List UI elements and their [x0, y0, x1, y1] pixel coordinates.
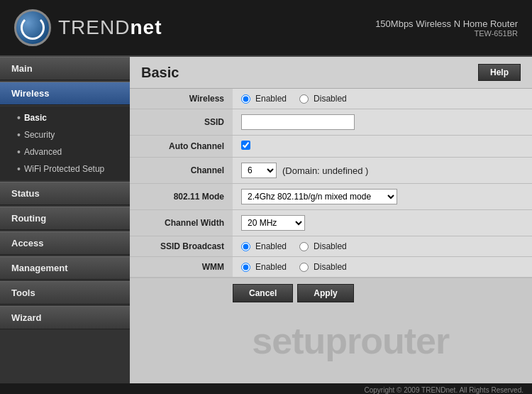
auto-channel-label: Auto Channel — [130, 136, 233, 158]
wireless-disabled-label: Disabled — [299, 94, 347, 104]
page-header: TRENDnet 150Mbps Wireless N Home Router … — [0, 0, 532, 57]
ssid-broadcast-enabled-radio[interactable] — [241, 242, 250, 251]
ssid-input[interactable]: TRENDnet651 — [241, 114, 355, 130]
sidebar-item-wireless[interactable]: Wireless — [0, 82, 130, 105]
ssid-broadcast-enabled-label: Enabled — [241, 241, 287, 251]
wireless-submenu: Basic Security Advanced WiFi Protected S… — [0, 106, 130, 180]
device-name: 150Mbps Wireless N Home Router — [375, 18, 518, 29]
wmm-label: WMM — [130, 257, 233, 278]
main-layout: Main Wireless Basic Security Advanced Wi… — [0, 57, 532, 383]
wireless-enabled-radio[interactable] — [241, 94, 250, 104]
device-model: TEW-651BR — [375, 29, 518, 38]
sidebar-subitem-wifi-protected[interactable]: WiFi Protected Setup — [0, 160, 130, 177]
mode-label: 802.11 Mode — [130, 184, 233, 210]
ssid-row: SSID TRENDnet651 — [130, 109, 532, 136]
ssid-broadcast-disabled-radio[interactable] — [299, 242, 309, 251]
wireless-disabled-radio[interactable] — [299, 94, 309, 104]
sidebar-subitem-security[interactable]: Security — [0, 126, 130, 143]
apply-button[interactable]: Apply — [297, 284, 353, 302]
channel-width-row: Channel Width 20 MHz 40 MHz — [130, 210, 532, 236]
auto-channel-row: Auto Channel — [130, 136, 532, 158]
channel-width-value-cell: 20 MHz 40 MHz — [233, 210, 532, 236]
sidebar-item-management[interactable]: Management — [0, 256, 130, 280]
wireless-radio-group: Enabled Disabled — [241, 94, 523, 104]
copyright-text: Copyright © 2009 TRENDnet. All Rights Re… — [364, 386, 523, 394]
wmm-enabled-label: Enabled — [241, 262, 287, 272]
logo-icon — [14, 9, 51, 46]
content-area: Basic Help Wireless Enabled Disabled — [130, 57, 532, 383]
sidebar-item-tools[interactable]: Tools — [0, 281, 130, 305]
mode-row: 802.11 Mode 2.4Ghz 802.11b/g/n mixed mod… — [130, 184, 532, 210]
sidebar-item-access[interactable]: Access — [0, 231, 130, 255]
channel-controls: 6 (Domain: undefined ) — [241, 163, 523, 178]
wmm-disabled-radio[interactable] — [299, 263, 309, 272]
channel-value-cell: 6 (Domain: undefined ) — [233, 158, 532, 184]
content-header: Basic Help — [130, 57, 532, 89]
wireless-row: Wireless Enabled Disabled — [130, 89, 532, 109]
wmm-row: WMM Enabled Disabled — [130, 257, 532, 278]
wireless-label: Wireless — [130, 89, 233, 109]
ssid-value-cell: TRENDnet651 — [233, 109, 532, 136]
sidebar-subitem-advanced[interactable]: Advanced — [0, 143, 130, 160]
buttons-row: Cancel Apply — [130, 278, 532, 308]
channel-width-select[interactable]: 20 MHz 40 MHz — [241, 215, 305, 231]
channel-row: Channel 6 (Domain: undefined ) — [130, 158, 532, 184]
channel-select[interactable]: 6 — [241, 163, 277, 178]
ssid-label: SSID — [130, 109, 233, 136]
logo-area: TRENDnet — [14, 9, 162, 46]
wmm-disabled-label: Disabled — [299, 262, 347, 272]
mode-select[interactable]: 2.4Ghz 802.11b/g/n mixed mode 2.4Ghz 802… — [241, 189, 397, 204]
brand-name: TRENDnet — [58, 16, 162, 39]
page-title: Basic — [141, 65, 179, 81]
wireless-value: Enabled Disabled — [233, 89, 532, 109]
channel-width-label: Channel Width — [130, 210, 233, 236]
device-info: 150Mbps Wireless N Home Router TEW-651BR — [375, 18, 518, 38]
ssid-broadcast-label: SSID Broadcast — [130, 236, 233, 257]
wmm-value: Enabled Disabled — [233, 257, 532, 278]
settings-form: Wireless Enabled Disabled SS — [130, 89, 532, 278]
sidebar-subitem-basic[interactable]: Basic — [0, 109, 130, 126]
watermark: setuprouter — [252, 319, 449, 362]
cancel-button[interactable]: Cancel — [233, 284, 293, 302]
help-button[interactable]: Help — [478, 64, 521, 81]
sidebar-item-routing[interactable]: Routing — [0, 207, 130, 230]
ssid-broadcast-disabled-label: Disabled — [299, 241, 347, 251]
channel-label: Channel — [130, 158, 233, 184]
ssid-broadcast-value: Enabled Disabled — [233, 236, 532, 257]
page-footer: Copyright © 2009 TRENDnet. All Rights Re… — [0, 383, 532, 394]
auto-channel-value — [233, 136, 532, 158]
sidebar-item-wizard[interactable]: Wizard — [0, 306, 130, 329]
channel-domain: (Domain: undefined ) — [282, 165, 368, 176]
mode-value-cell: 2.4Ghz 802.11b/g/n mixed mode 2.4Ghz 802… — [233, 184, 532, 210]
ssid-broadcast-row: SSID Broadcast Enabled Disabled — [130, 236, 532, 257]
wmm-enabled-radio[interactable] — [241, 263, 250, 272]
wireless-enabled-label: Enabled — [241, 94, 287, 104]
sidebar-item-status[interactable]: Status — [0, 182, 130, 205]
ssid-broadcast-radio-group: Enabled Disabled — [241, 241, 523, 251]
wmm-radio-group: Enabled Disabled — [241, 262, 523, 272]
sidebar-item-main[interactable]: Main — [0, 57, 130, 80]
auto-channel-checkbox[interactable] — [241, 141, 250, 150]
sidebar: Main Wireless Basic Security Advanced Wi… — [0, 57, 130, 383]
